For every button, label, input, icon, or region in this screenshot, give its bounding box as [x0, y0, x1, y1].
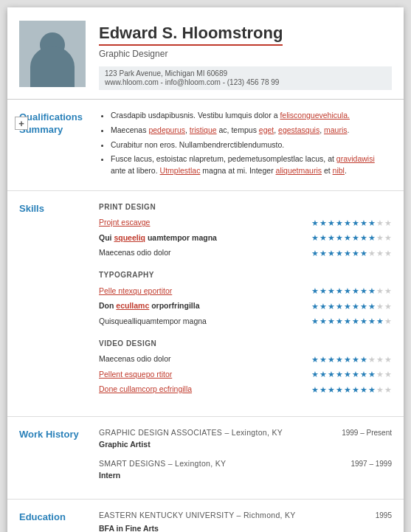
skill-row: Pelle ntexqu eportitor ★★★★★★★★★★: [99, 285, 392, 297]
star: ★: [360, 300, 367, 313]
qual-link-4c: aliquetmauris: [276, 166, 322, 175]
work-history-label: Work History: [19, 427, 99, 488]
qual-link-2e: mauris: [324, 125, 348, 134]
website: www.hloom.com - info@hloom.com - (123) 4…: [105, 78, 386, 86]
star: ★: [311, 285, 319, 297]
work-date: 1997 – 1999: [350, 458, 392, 469]
education-label: Education: [19, 510, 99, 532]
qual-link-4d: nibl: [333, 166, 345, 175]
star: ★: [352, 384, 359, 396]
star: ★: [352, 353, 359, 366]
star-empty: ★: [384, 232, 392, 244]
skill-category-print: PRINT DESIGN Projnt escavge ★★★★★★★★★★ Q…: [99, 201, 392, 260]
star: ★: [360, 247, 367, 260]
skill-name: Maecenas odio dolor: [99, 247, 311, 259]
address: 123 Park Avenue, Michigan MI 60689: [105, 69, 386, 77]
skill-category-typography-title: TYPOGRAPHY: [99, 269, 392, 280]
star: ★: [311, 368, 319, 381]
star: ★: [311, 217, 319, 229]
star-empty: ★: [376, 247, 384, 260]
qual-link-2d: egestasquis: [278, 125, 320, 134]
star: ★: [368, 285, 376, 297]
star: ★: [368, 384, 376, 396]
work-title: Graphic Artist: [99, 439, 392, 451]
work-company: SMART DESIGNS – Lexington, KY: [99, 458, 226, 470]
star-empty: ★: [384, 353, 392, 366]
education-section: Education EASTERN KENTUCKY UNIVERSITY – …: [7, 500, 404, 532]
skill-name: Quisquealliquamtempor magna: [99, 316, 311, 328]
star: ★: [328, 315, 335, 328]
star-empty: ★: [384, 384, 392, 396]
skill-name: Don ecullamc orporfringilla: [99, 300, 311, 312]
star: ★: [336, 247, 343, 260]
qualifications-list: Crasdapib usdapibusnis. Vestibu lumquis …: [99, 110, 392, 177]
star: ★: [344, 217, 351, 229]
star-empty: ★: [376, 285, 384, 297]
candidate-name: Edward S. Hloomstrong: [99, 24, 283, 46]
star-empty: ★: [384, 368, 392, 381]
star: ★: [336, 300, 343, 313]
star: ★: [320, 300, 327, 313]
qual-item-3: Curabitur non eros. Nullambendrerctiblen…: [111, 139, 392, 151]
star: ★: [320, 285, 327, 297]
star: ★: [352, 315, 359, 328]
skill-category-video-title: VIDEO DESIGN: [99, 338, 392, 349]
star: ★: [336, 368, 343, 381]
qualifications-content: Crasdapib usdapibusnis. Vestibu lumquis …: [99, 110, 392, 180]
qual-link-2a: pedepurus: [148, 125, 185, 134]
star: ★: [360, 232, 367, 244]
add-button[interactable]: +: [15, 117, 28, 130]
skills-label: Skills: [19, 201, 99, 407]
star: ★: [368, 368, 376, 381]
star: ★: [360, 368, 367, 381]
skill-category-video: VIDEO DESIGN Maecenas odio dolor ★★★★★★★…: [99, 338, 392, 396]
qual-link-2c: eget: [259, 125, 274, 134]
qualifications-label: Qualifications Summary: [19, 110, 99, 180]
star-empty: ★: [384, 285, 392, 297]
skill-name: Pellent esquepo rtitor: [99, 369, 311, 381]
star: ★: [336, 232, 343, 244]
star: ★: [376, 315, 384, 328]
edu-school: EASTERN KENTUCKY UNIVERSITY – Richmond, …: [99, 510, 296, 522]
skill-row: Qui squeeliq uamtempor magna ★★★★★★★★★★: [99, 232, 392, 244]
stars: ★★★★★★★★★★: [311, 217, 392, 229]
star-empty: ★: [376, 368, 384, 381]
star: ★: [336, 315, 343, 328]
star: ★: [336, 384, 343, 396]
star-empty: ★: [384, 247, 392, 260]
skill-row: Maecenas odio dolor ★★★★★★★★★★: [99, 247, 392, 260]
education-content: EASTERN KENTUCKY UNIVERSITY – Richmond, …: [99, 510, 392, 532]
star-empty: ★: [384, 315, 392, 328]
work-date: 1999 – Present: [342, 427, 392, 438]
star: ★: [336, 285, 343, 297]
star: ★: [328, 232, 335, 244]
candidate-title: Graphic Designer: [99, 49, 392, 59]
stars: ★★★★★★★★★★: [311, 285, 392, 297]
qual-item-1: Crasdapib usdapibusnis. Vestibu lumquis …: [111, 110, 392, 122]
star: ★: [360, 285, 367, 297]
star: ★: [320, 247, 327, 260]
star-empty: ★: [376, 217, 384, 229]
star-empty: ★: [368, 247, 376, 260]
star: ★: [320, 315, 327, 328]
star: ★: [328, 247, 335, 260]
work-history-section: Work History GRAPHIC DESIGN ASSOCIATES –…: [7, 417, 404, 500]
star: ★: [320, 217, 327, 229]
star: ★: [344, 247, 351, 260]
star: ★: [328, 300, 335, 313]
avatar-body: [30, 46, 75, 87]
star-empty: ★: [376, 353, 384, 366]
star: ★: [328, 353, 335, 366]
star-empty: ★: [376, 300, 384, 313]
star: ★: [360, 315, 367, 328]
header-info: Edward S. Hloomstrong Graphic Designer 1…: [99, 21, 392, 90]
star-empty: ★: [376, 384, 384, 396]
qual-item-2: Maecenas pedepurus, tristique ac, tempus…: [111, 125, 392, 137]
avatar: [19, 21, 86, 87]
star: ★: [368, 217, 376, 229]
skill-row: Don ecullamc orporfringilla ★★★★★★★★★★: [99, 300, 392, 313]
stars: ★★★★★★★★★★: [311, 247, 392, 260]
star: ★: [311, 353, 319, 366]
star: ★: [311, 232, 319, 244]
work-company: GRAPHIC DESIGN ASSOCIATES – Lexington, K…: [99, 427, 283, 439]
